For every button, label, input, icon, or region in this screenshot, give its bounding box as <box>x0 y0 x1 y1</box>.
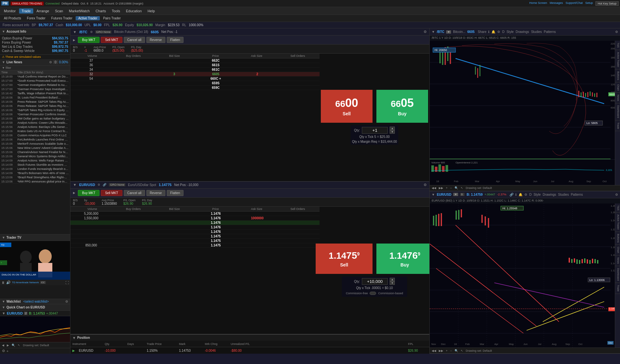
eurusd-drawings-btn[interactable]: Drawings <box>543 193 556 196</box>
btc-info-icon[interactable]: ℹ <box>488 30 489 34</box>
btc-gear-icon[interactable]: ⚙ <box>497 30 500 34</box>
btc-ob-row[interactable]: 37662C <box>70 58 320 63</box>
submenu-forex-trader[interactable]: Forex Trader <box>24 16 48 20</box>
btc-ob-row[interactable]: 659C <box>70 86 320 90</box>
btc-chart-symbol[interactable]: /BTC <box>437 30 444 34</box>
btc-ob-row[interactable]: 54660C + <box>70 77 320 81</box>
news-row[interactable]: 15:17:00*German Investigation Related to… <box>0 83 70 87</box>
news-row[interactable]: 15:16:06Press Release: S&PGR Takes Rtg A… <box>0 100 70 104</box>
eurusd-link-icon[interactable]: 🔗 <box>510 193 513 196</box>
btc-chart-expand[interactable]: ▼ <box>432 30 435 34</box>
news-row[interactable]: 15:13:06*MW PPG announces global price i… <box>0 180 70 184</box>
eurusd-chart-symbol[interactable]: EUR/USD <box>437 193 451 196</box>
btc-ob-row[interactable]: 34661C <box>70 68 320 72</box>
news-row[interactable]: 15:14:09London Funds Increasingly Bearis… <box>0 167 70 171</box>
eurusd-nav-right[interactable]: ▶▶ <box>439 349 443 352</box>
btc-nav-right[interactable]: ▶▶ <box>439 186 443 190</box>
btc-tab-ts[interactable]: T&S <box>615 41 620 50</box>
eurusd-chart-mode[interactable]: B: <box>460 193 465 196</box>
btc-tf-d[interactable]: D <box>502 30 504 34</box>
btc-buy-price-button[interactable]: 6605 Buy <box>376 90 428 123</box>
btc-qty-stepper[interactable]: ▲ ▼ <box>390 127 395 134</box>
position-table-row[interactable]: ▶ EUR/USD -10,000 1.150% 1.14753 -0.0046… <box>70 347 429 354</box>
eurusd-ob-row[interactable]: 850,0001.1475 <box>70 243 320 248</box>
news-row[interactable]: 15:15:06General Micro Systems Brings Art… <box>0 154 70 159</box>
eurusd-reverse-button[interactable]: Reverse <box>146 190 165 196</box>
news-row[interactable]: 15:18:00*Audi Confirms Internal Report o… <box>0 75 70 79</box>
eurusd-ob-row[interactable]: 1,550,0001.14761000000 <box>70 216 320 221</box>
eurusd-tf-d[interactable]: D <box>529 193 531 196</box>
btc-tab-dashboard[interactable]: Dashboard <box>615 103 620 120</box>
news-row[interactable]: 15:13:06*Brazil Real Strengthens After R… <box>0 175 70 180</box>
btc-cursor-icon[interactable]: ↖ <box>461 186 463 190</box>
news-row[interactable]: 15:15:06Kratos Gets US Air Force Contrac… <box>0 129 70 133</box>
btc-qty-up[interactable]: ▲ <box>390 127 395 130</box>
btc-settings-icon[interactable]: ⚙ <box>424 30 427 34</box>
btc-ob-row[interactable]: 36661S <box>70 63 320 68</box>
btc-symbol[interactable]: /BTC <box>79 30 88 34</box>
news-row[interactable]: 15:16:06*S&PGR Takes Rtg Actions In Equi… <box>0 108 70 112</box>
menu-monitor[interactable]: Monitor <box>1 8 18 14</box>
btc-tab-active-trader[interactable]: Active Trader <box>615 50 620 69</box>
eurusd-patterns-btn[interactable]: Patterns <box>571 193 583 196</box>
news-row[interactable]: 15:16:06St. Louis Fed President Bullard:… <box>0 96 70 100</box>
watchlist-select[interactable]: <select watchlist> <box>23 300 49 303</box>
btc-flatten-button[interactable]: Flatten <box>167 37 184 43</box>
news-row[interactable]: 15:15:06ChannelAdvisor Named Finalist fo… <box>0 150 70 154</box>
add-icon-bottom[interactable]: + <box>6 349 8 353</box>
btc-patterns-btn[interactable]: Patterns <box>544 30 556 34</box>
eurusd-nav-left[interactable]: ◀◀ <box>432 349 436 352</box>
eurusd-tab-dashboard[interactable]: Dashboard <box>615 266 620 283</box>
news-row[interactable]: 15:17:00*German Prosecutor Says Investig… <box>0 87 70 91</box>
btc-cancel-all-button[interactable]: Cancel all <box>124 37 145 43</box>
eurusd-sell-mkt-button[interactable]: Sell MKT <box>101 190 122 196</box>
news-filter-btn[interactable]: ⚙ <box>49 60 52 64</box>
menu-trade[interactable]: Trade <box>19 8 33 14</box>
submenu-futures-trader[interactable]: Futures Trader <box>49 16 75 20</box>
news-row[interactable]: 15:15:06New Wine Lovers' Advent Calendar… <box>0 146 70 150</box>
eurusd-ob-row[interactable]: 1.1476 <box>70 225 320 230</box>
home-screen-link[interactable]: Home Screen <box>529 1 547 6</box>
eurusd-zoom-icon[interactable]: 🔍 <box>455 349 458 352</box>
eurusd-settings-chart-icon[interactable]: ⚙ <box>615 193 618 196</box>
submenu-active-trader[interactable]: Active Trader <box>76 16 100 20</box>
btc-sell-mkt-button[interactable]: Sell MKT <box>101 37 122 43</box>
news-row[interactable]: 15:16:42Tariffs, Wage Inflation Present … <box>0 91 70 96</box>
eurusd-flatten-button[interactable]: Flatten <box>167 190 184 196</box>
eurusd-symbol[interactable]: EUR/USD <box>79 183 95 187</box>
news-row[interactable]: 15:14:09*Brazil's Bolsonaro Won 46% of V… <box>0 171 70 175</box>
position-expand-icon[interactable]: ▼ <box>72 336 76 340</box>
pause-icon[interactable]: ⏸ <box>1 281 5 285</box>
eurusd-ob-row[interactable]: 1.1475 <box>70 239 320 243</box>
news-table[interactable]: Time Title (Click for story) 15:18:00*Au… <box>0 70 70 234</box>
eurusd-chart-body[interactable]: Hi: 1.25548 <box>430 203 620 348</box>
submenu-all-products[interactable]: All Products <box>1 16 24 20</box>
eurusd-chart-dropdown[interactable]: ▼ <box>453 193 458 196</box>
btc-studies-btn[interactable]: Studies <box>531 30 542 34</box>
news-row[interactable]: 15:15:58Analyst Actions: Cowen Lifts Mov… <box>0 121 70 125</box>
menu-charts[interactable]: Charts <box>93 8 109 14</box>
settings-icon-bottom[interactable]: ⚙ <box>2 349 5 353</box>
btc-settings-chart-icon[interactable]: ⚙ <box>615 30 618 34</box>
eurusd-chart-expand[interactable]: ▼ <box>432 193 435 196</box>
eurusd-tab-chart[interactable]: Chart <box>615 245 620 255</box>
btc-sell-price-button[interactable]: 6600 Sell <box>321 90 373 123</box>
eurusd-sell-price-button[interactable]: 1.14759 Sell <box>316 244 373 274</box>
btc-chart-body[interactable]: Hi: 20650 Lo: 5805 6605 18 Feb Mar Apr M… <box>430 41 620 185</box>
btc-tab-trade[interactable]: Trade <box>615 120 620 131</box>
eurusd-tab-active-trader[interactable]: Active Trader <box>615 213 620 232</box>
nav-left-icon[interactable]: ◀ <box>2 344 4 347</box>
btc-zoom-minus[interactable]: − <box>450 186 452 190</box>
eurusd-settings-icon-2[interactable]: ⚙ <box>424 183 427 187</box>
expand-tv-icon[interactable]: ⛶ <box>65 281 69 285</box>
eurusd-ob-row[interactable]: 1.1476 <box>70 221 320 225</box>
btc-style-btn[interactable]: Style <box>507 30 514 34</box>
watchlist-settings-icon[interactable]: ⚙ <box>65 300 68 303</box>
btc-ob-row[interactable]: 659S <box>70 81 320 86</box>
cc-button[interactable]: CC <box>40 281 46 284</box>
eurusd-studies-btn[interactable]: Studies <box>558 193 569 196</box>
eurusd-settings-icon-1[interactable]: ⚙ <box>98 183 100 186</box>
btc-buy-mkt-button[interactable]: Buy MKT <box>78 37 100 43</box>
eurusd-lock-icon[interactable]: 🔗 <box>103 183 106 186</box>
news-row[interactable]: 15:17:00*South Korea Prosecuted Audi Exe… <box>0 79 70 83</box>
